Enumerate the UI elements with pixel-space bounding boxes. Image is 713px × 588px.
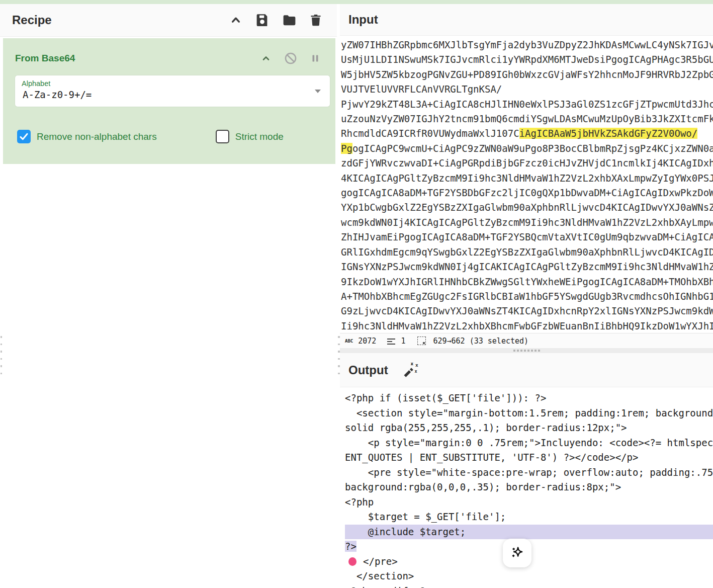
code-line: PjwvY29kZT48L3A+CiAgICA8cHJlIHN0eWxlPSJ3… [341,97,713,112]
checkbox-label: Remove non-alphabet chars [37,131,157,142]
code-line: </section> [345,569,713,584]
magic-wand-icon: x x x [402,362,420,379]
svg-text:x: x [414,368,417,373]
alphabet-dropdown-caret-icon[interactable] [315,90,321,93]
operation-collapse-button[interactable] [258,50,274,66]
code-line: RhcmdldCA9ICRfR0VUWydmaWxlJ107CiAgICBAaW… [341,126,713,141]
recipe-panel: Recipe [0,4,337,588]
alphabet-field[interactable]: Alphabet [15,75,330,107]
code-line: <p style="margin:0 0 .75rem;">Incluyendo… [345,436,713,451]
code-line: gogICAgICA8aDM+TGF2YSBDbGFzc2ljIC0gQXp1b… [341,186,713,200]
code-line: YXp1bCwgbGxlZ2EgYSBzZXIgaGlwbm90aXphbnRl… [341,200,713,215]
operation-disable-button[interactable] [283,50,299,66]
cyberchef-app: Recipe [0,0,713,588]
recipe-title: Recipe [12,13,52,27]
char-count-icon: ABC [345,339,353,344]
save-icon [255,13,270,28]
code-line: W5jbHV5ZW5kbzogPGNvZGU+PD89IGh0bWxzcGVja… [341,67,713,82]
line-count-icon [387,338,396,344]
code-line: 9IkzDoW1wYXJhIGRlIHNhbCBkZWwgSGltYWxheWE… [341,275,713,289]
clear-recipe-button[interactable] [308,12,324,28]
trash-icon [309,13,323,28]
svg-text:x: x [410,362,413,366]
io-resize-divider[interactable] [340,348,713,353]
collapse-recipe-button[interactable] [228,12,244,28]
code-line: UsMjU1LDI1NSwuMSk7IGJvcmRlci1yYWRpdXM6MT… [341,52,713,67]
operation-header: From Base64 [3,38,335,66]
code-line: <section style="margin-bottom:1.5rem; pa… [345,406,713,421]
sparkle-extension-button[interactable] [503,539,531,567]
code-line: @include $target; [345,525,713,540]
open-recipe-button[interactable] [281,12,297,28]
selection-icon [417,337,426,345]
code-line: zdGFjYWRvczwvaDI+CiAgPGRpdiBjbGFzcz0icHJ… [341,156,713,171]
input-status-bar: ABC 2072 1 629→662 (33 selected) [340,333,713,348]
code-line: ENT_QUOTES | ENT_SUBSTITUTE, 'UTF-8') ?>… [345,450,713,465]
input-title: Input [348,13,378,27]
magic-wand-button[interactable]: x x x [402,362,420,379]
disable-icon [284,51,298,65]
checkbox-label: Strict mode [235,131,284,142]
alphabet-label: Alphabet [22,79,50,88]
code-line: PgogICAgPC9wcmU+CiAgPC9zZWN0aW9uPgo8P3Bo… [341,141,713,156]
recipe-header: Recipe [0,4,337,37]
code-line: IGNsYXNzPSJwcm9kdWN0Ij4gICAKICAgICAgPGlt… [341,260,713,274]
code-line: wcm9kdWN0Ij4KICAgICAgPGltZyBzcmM9Ii9hc3N… [341,215,713,230]
code-line: G9zLjwvcD4KICAgIDwvYXJ0aWNsZT4KICAgIDxhc… [341,304,713,318]
remove-non-alphabet-checkbox[interactable]: Remove non-alphabet chars [17,130,157,143]
chevron-up-icon [228,13,243,28]
code-line: <?php endif; ?> [345,584,713,588]
code-line: background:rgba(0,0,0,.35); border-radiu… [345,480,713,495]
sparkle-icon [509,545,526,562]
checkbox-icon [216,130,229,143]
code-line: <?php if (isset($_GET['file'])): ?> [345,391,713,406]
left-resize-gripper[interactable] [1,336,3,380]
top-accent-strip [0,0,713,4]
io-column: Input yZW07IHBhZGRpbmc6MXJlbTsgYmFja2dyb… [340,4,713,588]
operation-from-base64[interactable]: From Base64 [3,38,335,164]
code-line: GRlIGxhdmEgcm9qYSwgbGxlZ2EgYSBzZXIgaGlwb… [341,245,713,260]
line-count: 1 [401,337,405,346]
input-textarea[interactable]: yZW07IHBhZGRpbmc6MXJlbTsgYmFja2dyb3VuZDp… [340,35,713,333]
code-line: <pre style="white-space:pre-wrap; overfl… [345,465,713,480]
alphabet-input[interactable] [22,89,305,101]
pink-marker-dot[interactable] [348,557,356,566]
svg-text:x: x [415,362,418,368]
code-line: $target = $_GET['file']; [345,510,713,525]
output-title: Output [348,363,388,377]
folder-icon [282,13,297,28]
code-line: A+TMOhbXBhcmEgZGUgc2FsIGRlbCBIaW1hbGF5YS… [341,289,713,304]
input-header: Input [340,4,713,36]
operation-breakpoint-button[interactable] [307,50,323,66]
selection-range: 629→662 (33 selected) [433,337,528,346]
code-line: <?php [345,495,713,510]
code-line: ZhIHJvamEiPgogICAgICA8aDM+TGF2YSBQcmVtaX… [341,230,713,244]
checkbox-icon [17,130,31,143]
operation-title: From Base64 [15,53,75,64]
chevron-up-icon [260,52,272,64]
strict-mode-checkbox[interactable]: Strict mode [216,130,284,143]
code-line: uZzouNzVyZW07IGJhY2tncm91bmQ6cmdiYSgwLDA… [341,112,713,126]
code-line: yZW07IHBhZGRpbmc6MXJlbTsgYmFja2dyb3VuZDp… [341,38,713,52]
pause-icon [310,52,321,64]
code-line: solid rgba(255,255,255,.1); border-radiu… [345,421,713,436]
char-count: 2072 [358,337,376,346]
output-header: Output x x x [340,353,713,387]
save-recipe-button[interactable] [254,12,271,28]
operation-options-row: Remove non-alphabet chars Strict mode [17,130,329,143]
code-line: Ii9hc3NldHMvaW1hZ2VzL2xhbXBhcmFwbGFzbWEu… [341,319,713,333]
code-line: VUJTVElUVVRFLCAnVVRGLTgnKSA/ [341,82,713,97]
code-line: 4KICAgICAgPGltZyBzcmM9Ii9hc3NldHMvaW1hZ2… [341,171,713,186]
